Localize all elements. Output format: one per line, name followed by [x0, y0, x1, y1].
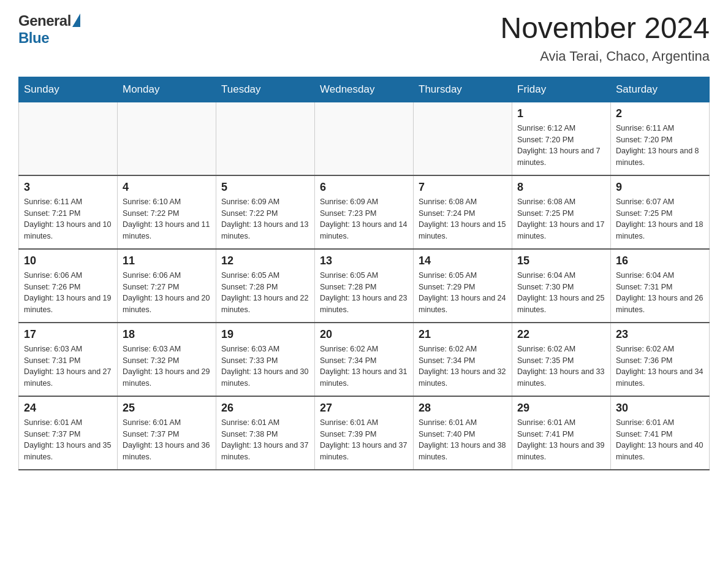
- week-row-5: 24Sunrise: 6:01 AMSunset: 7:37 PMDayligh…: [19, 396, 710, 470]
- day-number: 23: [616, 328, 704, 341]
- day-info: Sunrise: 6:01 AMSunset: 7:41 PMDaylight:…: [517, 417, 605, 463]
- day-info: Sunrise: 6:04 AMSunset: 7:30 PMDaylight:…: [517, 270, 605, 316]
- day-cell: [118, 102, 216, 175]
- day-number: 6: [320, 181, 408, 194]
- day-cell: 29Sunrise: 6:01 AMSunset: 7:41 PMDayligh…: [512, 396, 611, 470]
- day-info: Sunrise: 6:11 AMSunset: 7:21 PMDaylight:…: [24, 196, 112, 242]
- day-number: 29: [517, 402, 605, 415]
- day-number: 20: [320, 328, 408, 341]
- day-cell: 20Sunrise: 6:02 AMSunset: 7:34 PMDayligh…: [315, 323, 414, 396]
- days-of-week-row: SundayMondayTuesdayWednesdayThursdayFrid…: [19, 77, 710, 102]
- day-cell: 12Sunrise: 6:05 AMSunset: 7:28 PMDayligh…: [216, 249, 315, 323]
- header-thursday: Thursday: [414, 77, 512, 102]
- day-cell: 30Sunrise: 6:01 AMSunset: 7:41 PMDayligh…: [611, 396, 710, 470]
- day-cell: [414, 102, 512, 175]
- day-cell: 26Sunrise: 6:01 AMSunset: 7:38 PMDayligh…: [216, 396, 315, 470]
- day-info: Sunrise: 6:05 AMSunset: 7:29 PMDaylight:…: [419, 270, 507, 316]
- day-cell: 19Sunrise: 6:03 AMSunset: 7:33 PMDayligh…: [216, 323, 315, 396]
- day-number: 4: [123, 181, 211, 194]
- calendar-table: SundayMondayTuesdayWednesdayThursdayFrid…: [18, 77, 710, 470]
- day-info: Sunrise: 6:02 AMSunset: 7:34 PMDaylight:…: [320, 343, 408, 389]
- day-cell: 14Sunrise: 6:05 AMSunset: 7:29 PMDayligh…: [414, 249, 512, 323]
- day-cell: 24Sunrise: 6:01 AMSunset: 7:37 PMDayligh…: [19, 396, 118, 470]
- day-cell: 11Sunrise: 6:06 AMSunset: 7:27 PMDayligh…: [118, 249, 216, 323]
- day-number: 8: [517, 181, 605, 194]
- day-cell: 4Sunrise: 6:10 AMSunset: 7:22 PMDaylight…: [118, 175, 216, 249]
- header-tuesday: Tuesday: [216, 77, 315, 102]
- day-cell: 2Sunrise: 6:11 AMSunset: 7:20 PMDaylight…: [611, 102, 710, 175]
- day-number: 9: [616, 181, 704, 194]
- day-cell: 16Sunrise: 6:04 AMSunset: 7:31 PMDayligh…: [611, 249, 710, 323]
- day-info: Sunrise: 6:02 AMSunset: 7:36 PMDaylight:…: [616, 343, 704, 389]
- day-cell: 1Sunrise: 6:12 AMSunset: 7:20 PMDaylight…: [512, 102, 611, 175]
- day-cell: 15Sunrise: 6:04 AMSunset: 7:30 PMDayligh…: [512, 249, 611, 323]
- header-sunday: Sunday: [19, 77, 118, 102]
- day-number: 13: [320, 255, 408, 267]
- header-monday: Monday: [118, 77, 216, 102]
- logo: General Blue: [18, 12, 80, 47]
- day-cell: 28Sunrise: 6:01 AMSunset: 7:40 PMDayligh…: [414, 396, 512, 470]
- day-info: Sunrise: 6:01 AMSunset: 7:39 PMDaylight:…: [320, 417, 408, 463]
- day-cell: 23Sunrise: 6:02 AMSunset: 7:36 PMDayligh…: [611, 323, 710, 396]
- day-cell: 27Sunrise: 6:01 AMSunset: 7:39 PMDayligh…: [315, 396, 414, 470]
- day-cell: 18Sunrise: 6:03 AMSunset: 7:32 PMDayligh…: [118, 323, 216, 396]
- week-row-1: 1Sunrise: 6:12 AMSunset: 7:20 PMDaylight…: [19, 102, 710, 175]
- day-info: Sunrise: 6:03 AMSunset: 7:33 PMDaylight:…: [221, 343, 309, 389]
- title-block: November 2024 Avia Terai, Chaco, Argenti…: [500, 12, 710, 64]
- day-info: Sunrise: 6:02 AMSunset: 7:34 PMDaylight:…: [419, 343, 507, 389]
- day-info: Sunrise: 6:08 AMSunset: 7:24 PMDaylight:…: [419, 196, 507, 242]
- day-info: Sunrise: 6:07 AMSunset: 7:25 PMDaylight:…: [616, 196, 704, 242]
- day-info: Sunrise: 6:05 AMSunset: 7:28 PMDaylight:…: [221, 270, 309, 316]
- day-info: Sunrise: 6:01 AMSunset: 7:38 PMDaylight:…: [221, 417, 309, 463]
- day-number: 26: [221, 402, 309, 415]
- day-info: Sunrise: 6:04 AMSunset: 7:31 PMDaylight:…: [616, 270, 704, 316]
- day-cell: 21Sunrise: 6:02 AMSunset: 7:34 PMDayligh…: [414, 323, 512, 396]
- day-number: 11: [123, 255, 211, 267]
- day-number: 18: [123, 328, 211, 341]
- day-info: Sunrise: 6:01 AMSunset: 7:40 PMDaylight:…: [419, 417, 507, 463]
- day-info: Sunrise: 6:03 AMSunset: 7:32 PMDaylight:…: [123, 343, 211, 389]
- header-friday: Friday: [512, 77, 611, 102]
- day-number: 14: [419, 255, 507, 267]
- day-number: 15: [517, 255, 605, 267]
- day-cell: 13Sunrise: 6:05 AMSunset: 7:28 PMDayligh…: [315, 249, 414, 323]
- day-number: 28: [419, 402, 507, 415]
- logo-general: General: [18, 12, 71, 29]
- header-wednesday: Wednesday: [315, 77, 414, 102]
- day-number: 21: [419, 328, 507, 341]
- day-info: Sunrise: 6:06 AMSunset: 7:26 PMDaylight:…: [24, 270, 112, 316]
- day-number: 5: [221, 181, 309, 194]
- day-number: 19: [221, 328, 309, 341]
- day-info: Sunrise: 6:06 AMSunset: 7:27 PMDaylight:…: [123, 270, 211, 316]
- week-row-2: 3Sunrise: 6:11 AMSunset: 7:21 PMDaylight…: [19, 175, 710, 249]
- day-cell: 25Sunrise: 6:01 AMSunset: 7:37 PMDayligh…: [118, 396, 216, 470]
- day-number: 12: [221, 255, 309, 267]
- month-year-title: November 2024: [500, 12, 710, 45]
- day-info: Sunrise: 6:10 AMSunset: 7:22 PMDaylight:…: [123, 196, 211, 242]
- day-number: 16: [616, 255, 704, 267]
- day-number: 10: [24, 255, 112, 267]
- day-info: Sunrise: 6:05 AMSunset: 7:28 PMDaylight:…: [320, 270, 408, 316]
- day-number: 24: [24, 402, 112, 415]
- day-number: 27: [320, 402, 408, 415]
- header-saturday: Saturday: [611, 77, 710, 102]
- day-number: 30: [616, 402, 704, 415]
- page-header: General Blue November 2024 Avia Terai, C…: [18, 12, 710, 64]
- week-row-3: 10Sunrise: 6:06 AMSunset: 7:26 PMDayligh…: [19, 249, 710, 323]
- day-cell: [315, 102, 414, 175]
- day-number: 25: [123, 402, 211, 415]
- day-info: Sunrise: 6:11 AMSunset: 7:20 PMDaylight:…: [616, 123, 704, 169]
- day-cell: 22Sunrise: 6:02 AMSunset: 7:35 PMDayligh…: [512, 323, 611, 396]
- logo-triangle-icon: [72, 13, 80, 27]
- day-cell: 9Sunrise: 6:07 AMSunset: 7:25 PMDaylight…: [611, 175, 710, 249]
- day-cell: [216, 102, 315, 175]
- day-info: Sunrise: 6:12 AMSunset: 7:20 PMDaylight:…: [517, 123, 605, 169]
- day-number: 2: [616, 107, 704, 120]
- day-cell: 10Sunrise: 6:06 AMSunset: 7:26 PMDayligh…: [19, 249, 118, 323]
- day-info: Sunrise: 6:02 AMSunset: 7:35 PMDaylight:…: [517, 343, 605, 389]
- day-cell: 7Sunrise: 6:08 AMSunset: 7:24 PMDaylight…: [414, 175, 512, 249]
- day-cell: 17Sunrise: 6:03 AMSunset: 7:31 PMDayligh…: [19, 323, 118, 396]
- day-number: 22: [517, 328, 605, 341]
- day-cell: 3Sunrise: 6:11 AMSunset: 7:21 PMDaylight…: [19, 175, 118, 249]
- day-number: 7: [419, 181, 507, 194]
